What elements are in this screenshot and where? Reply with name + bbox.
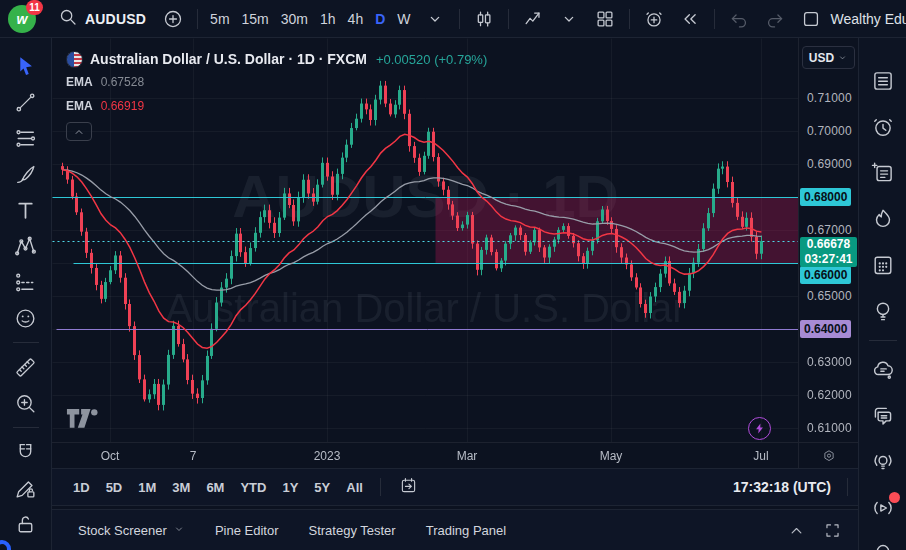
indicators-icon: [522, 8, 544, 30]
emoji-tool-button[interactable]: [8, 300, 44, 336]
symbol-name: AUDUSD: [85, 11, 146, 27]
magnet-tool-button[interactable]: [8, 434, 44, 470]
interval-menu-button[interactable]: [551, 5, 587, 33]
range-ytd-button[interactable]: YTD: [233, 477, 273, 498]
timeframe-w[interactable]: W: [391, 8, 416, 30]
cursor-tool-button[interactable]: [8, 48, 44, 84]
timeframe-d[interactable]: D: [369, 8, 391, 30]
indicator-legend-row[interactable]: EMA0.66919: [66, 94, 487, 118]
tab-stock-screener[interactable]: Stock Screener: [70, 519, 193, 542]
notes-icon: [870, 160, 896, 186]
ideas-live-button[interactable]: [860, 439, 906, 485]
range-5d-button[interactable]: 5D: [99, 477, 130, 498]
range-1m-button[interactable]: 1M: [131, 477, 163, 498]
axis-settings-gear-icon: [821, 448, 837, 464]
time-axis[interactable]: Oct72023MarMayJul: [52, 442, 798, 468]
zoom-in-tool-button[interactable]: [8, 385, 44, 421]
range-6m-button[interactable]: 6M: [199, 477, 231, 498]
chevron-up-icon: [787, 521, 806, 540]
currency-selector-button[interactable]: USD: [802, 46, 855, 69]
chat-icon: [870, 403, 896, 429]
grid-layout-icon: [594, 8, 616, 30]
minds-cloud-button[interactable]: [860, 347, 906, 393]
timeframe-5m[interactable]: 5m: [204, 8, 235, 30]
search-icon: [57, 6, 79, 31]
tab-pine-editor[interactable]: Pine Editor: [207, 519, 287, 542]
tab-strategy-tester[interactable]: Strategy Tester: [300, 519, 403, 542]
tradingview-logo-icon: [66, 408, 100, 429]
trash-tool-button[interactable]: [8, 542, 44, 550]
chart-pane[interactable]: Australian Dollar / U.S. Dollar · 1D · F…: [52, 38, 798, 442]
redo-button[interactable]: [757, 5, 793, 33]
bar-countdown: 03:27:41: [800, 252, 857, 267]
notes-button[interactable]: [860, 150, 906, 196]
timeframe-15m[interactable]: 15m: [236, 8, 275, 30]
magnet-icon: [13, 440, 38, 465]
notifications-bell-button[interactable]: [860, 531, 906, 550]
sidebar-divider: [869, 340, 897, 341]
alert-clock-icon: [870, 114, 896, 140]
compare-add-button[interactable]: [155, 5, 191, 33]
alert-clock-button[interactable]: [860, 104, 906, 150]
chat-button[interactable]: [860, 393, 906, 439]
bar-replay-icon: [679, 8, 701, 30]
legend-collapse-button[interactable]: [66, 122, 92, 141]
bottom-panel-tabs: Stock ScreenerPine EditorStrategy Tester…: [52, 509, 858, 550]
undo-icon: [728, 8, 750, 30]
watchlist-button[interactable]: [860, 58, 906, 104]
save-layout-button[interactable]: [793, 5, 829, 33]
layout-grid-button[interactable]: [587, 5, 623, 33]
range-5y-button[interactable]: 5Y: [307, 477, 337, 498]
chart-style-button[interactable]: [466, 5, 502, 33]
user-menu-button[interactable]: w 11: [6, 2, 40, 36]
create-alert-button[interactable]: [636, 5, 672, 33]
range-1d-button[interactable]: 1D: [66, 477, 97, 498]
timeframe-1h[interactable]: 1h: [314, 8, 342, 30]
utc-clock[interactable]: 17:32:18 (UTC): [733, 479, 831, 495]
plus-circle-icon: [162, 8, 184, 30]
time-tick: May: [600, 449, 623, 463]
panel-expand-button[interactable]: [782, 516, 810, 544]
interval-menu-button[interactable]: [417, 5, 453, 33]
current-price-badge: 0.6667803:27:41: [800, 237, 857, 267]
minds-cloud-icon: [870, 357, 896, 383]
fib-retracement-tool-button[interactable]: [8, 120, 44, 156]
ruler-tool-button[interactable]: [8, 349, 44, 385]
current-price-value: 0.66678: [800, 237, 857, 252]
ideas-bulb-button[interactable]: [860, 288, 906, 334]
date-range-toolbar: 1D5D1M3M6MYTD1Y5YAll 17:32:18 (UTC): [52, 468, 858, 506]
forecast-tool-button[interactable]: [8, 264, 44, 300]
brush-tool-button[interactable]: [8, 156, 44, 192]
range-1y-button[interactable]: 1Y: [275, 477, 305, 498]
tab-trading-panel[interactable]: Trading Panel: [418, 519, 514, 542]
xabcd-pattern-tool-button[interactable]: [8, 228, 44, 264]
forecast-icon: [13, 270, 38, 295]
layout-name[interactable]: Wealthy Educ...: [831, 11, 906, 27]
goto-date-button[interactable]: [391, 472, 426, 502]
hotlist-flame-button[interactable]: [860, 196, 906, 242]
time-tick: 2023: [314, 449, 341, 463]
symbol-search-button[interactable]: AUDUSD: [50, 3, 153, 34]
timeframe-4h[interactable]: 4h: [342, 8, 370, 30]
timeframe-30m[interactable]: 30m: [275, 8, 314, 30]
fast-replay-lightning-button[interactable]: [748, 417, 771, 440]
text-tool-tool-button[interactable]: [8, 192, 44, 228]
drawing-lock-tool-button[interactable]: [8, 470, 44, 506]
price-tick: 0.62000: [807, 388, 852, 402]
trend-line-tool-button[interactable]: [8, 84, 44, 120]
range-all-button[interactable]: All: [339, 477, 370, 498]
range-3m-button[interactable]: 3M: [165, 477, 197, 498]
panel-fullscreen-button[interactable]: [818, 516, 846, 544]
drawing-lock-icon: [13, 476, 38, 501]
bar-replay-button[interactable]: [672, 5, 708, 33]
undo-button[interactable]: [721, 5, 757, 33]
streams-button[interactable]: [860, 485, 906, 531]
indicators-button[interactable]: [515, 5, 551, 33]
indicator-legend-row[interactable]: EMA0.67528: [66, 70, 487, 94]
axis-settings-corner[interactable]: [798, 442, 858, 468]
price-axis[interactable]: USD 0.710000.700000.690000.670000.650000…: [798, 38, 858, 442]
calendar-button[interactable]: [860, 242, 906, 288]
symbol-header-row[interactable]: Australian Dollar / U.S. Dollar · 1D · F…: [66, 48, 487, 70]
lock-all-tool-button[interactable]: [8, 506, 44, 542]
price-level-badge: 0.66000: [800, 266, 851, 284]
